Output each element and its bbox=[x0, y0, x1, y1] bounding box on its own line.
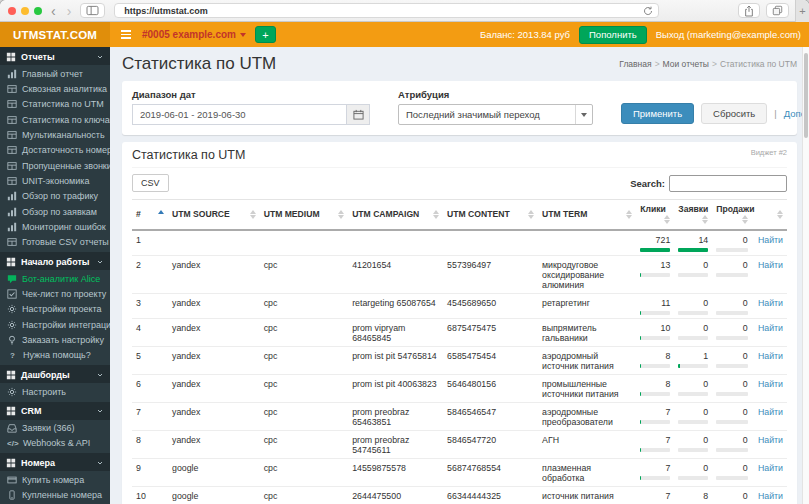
reset-button[interactable]: Сбросить bbox=[701, 103, 767, 124]
sidebar-section[interactable]: Отчеты bbox=[0, 47, 110, 65]
sidebar-item[interactable]: Обзор по заявкам bbox=[0, 204, 110, 219]
sidebar-item[interactable]: Настроить bbox=[0, 384, 110, 399]
sidebar-item[interactable]: ?Нужна помощь? bbox=[0, 348, 110, 363]
sidebar-item-label: Настройки проекта bbox=[22, 304, 102, 314]
column-header[interactable]: UTM SOURCE bbox=[168, 200, 260, 231]
cell-num: 9 bbox=[132, 459, 168, 487]
column-header[interactable]: # bbox=[132, 200, 168, 231]
table-row: 9googlecpc1455987557856874768554плазменн… bbox=[132, 459, 787, 487]
find-link[interactable]: Найти bbox=[758, 491, 783, 501]
sidebar-item-label: Готовые CSV отчеты bbox=[22, 237, 109, 247]
column-header[interactable] bbox=[752, 200, 787, 231]
find-link[interactable]: Найти bbox=[758, 351, 783, 361]
cell-campaign: prom vipryam 68465845 bbox=[348, 319, 443, 347]
search-input[interactable] bbox=[669, 175, 787, 192]
date-range-input[interactable] bbox=[132, 104, 347, 125]
attribution-label: Атрибуция bbox=[398, 89, 593, 100]
sidebar-section[interactable]: Дашборды bbox=[0, 365, 110, 383]
cell-sales: 0 bbox=[712, 256, 751, 294]
sidebar-item[interactable]: Чек-лист по проекту bbox=[0, 286, 110, 301]
sidebar-item[interactable]: Мониторинг ошибок bbox=[0, 219, 110, 234]
column-header[interactable]: UTM TERM bbox=[538, 200, 636, 231]
sidebar-item[interactable]: Главный отчет bbox=[0, 66, 110, 81]
sidebar-item[interactable]: Настройки интеграций bbox=[0, 317, 110, 332]
window-close-button[interactable] bbox=[8, 7, 16, 15]
column-header[interactable]: UTM MEDIUM bbox=[260, 200, 348, 231]
column-header[interactable]: UTM CONTENT bbox=[443, 200, 538, 231]
csv-export-button[interactable]: CSV bbox=[132, 174, 169, 192]
sidebar-item[interactable]: UNIT-экономика bbox=[0, 173, 110, 188]
logout-link[interactable]: Выход (marketing@example.com) bbox=[656, 29, 801, 40]
leads-bar bbox=[678, 448, 708, 452]
column-header[interactable]: UTM CAMPAIGN bbox=[348, 200, 443, 231]
cell-content: 66344444325 bbox=[443, 487, 538, 504]
sidebar-item[interactable]: </>Webhooks & API bbox=[0, 436, 110, 451]
apply-button[interactable]: Применить bbox=[621, 103, 694, 124]
sidebar-section[interactable]: CRM bbox=[0, 402, 110, 420]
sidebar-item[interactable]: Статистика по ключам bbox=[0, 112, 110, 127]
cell-leads: 0 bbox=[674, 375, 712, 403]
cell-sales: 0 bbox=[712, 403, 751, 431]
hamburger-menu-icon[interactable] bbox=[110, 30, 142, 39]
date-range-label: Диапазон дат bbox=[132, 89, 370, 100]
sidebar-item[interactable]: Обзор по трафику bbox=[0, 189, 110, 204]
find-link[interactable]: Найти bbox=[758, 260, 783, 270]
cell-campaign: prom preobraz 65463851 bbox=[348, 403, 443, 431]
sidebar-item[interactable]: Мультиканальность bbox=[0, 127, 110, 142]
sidebar-item[interactable]: Статистика по UTM bbox=[0, 97, 110, 112]
attribution-select[interactable]: Последний значимый переход bbox=[398, 104, 593, 125]
bulb-icon bbox=[7, 335, 17, 345]
find-link[interactable]: Найти bbox=[758, 323, 783, 333]
share-icon[interactable] bbox=[738, 3, 760, 18]
column-header[interactable]: Клики bbox=[636, 200, 674, 231]
tabs-icon[interactable] bbox=[766, 3, 789, 18]
find-link[interactable]: Найти bbox=[758, 407, 783, 417]
sidebar-item[interactable]: Заявки (366) bbox=[0, 421, 110, 436]
sidebar-item[interactable]: Бот-аналитик Alice bbox=[0, 271, 110, 286]
topup-button[interactable]: Пополнить bbox=[579, 26, 647, 44]
find-link[interactable]: Найти bbox=[758, 235, 783, 245]
add-project-button[interactable]: + bbox=[255, 26, 276, 43]
reload-icon[interactable] bbox=[643, 6, 653, 16]
find-link[interactable]: Найти bbox=[758, 463, 783, 473]
sidebar-item-label: Нужна помощь? bbox=[23, 350, 91, 360]
sort-icon bbox=[250, 210, 256, 219]
sidebar-section[interactable]: Номера bbox=[0, 453, 110, 471]
find-link[interactable]: Найти bbox=[758, 435, 783, 445]
new-tab-button[interactable]: + bbox=[795, 0, 809, 22]
column-header[interactable]: Заявки bbox=[674, 200, 712, 231]
phone-icon bbox=[7, 490, 17, 500]
cell-clicks: 7 bbox=[636, 403, 674, 431]
find-link[interactable]: Найти bbox=[758, 379, 783, 389]
app-logo[interactable]: UTMSTAT.COM bbox=[0, 22, 110, 47]
sidebar-item-label: Webhooks & API bbox=[23, 438, 90, 448]
sidebar-item[interactable]: Достаточность номеров bbox=[0, 143, 110, 158]
browser-forward-button[interactable]: › bbox=[65, 5, 74, 17]
sidebar-item[interactable]: Купить номера bbox=[0, 472, 110, 487]
sidebar-item[interactable]: Сквозная аналитика bbox=[0, 81, 110, 96]
project-selector[interactable]: #0005 example.com bbox=[142, 29, 246, 40]
sidebar-item[interactable]: Готовые CSV отчеты bbox=[0, 235, 110, 250]
leads-bar bbox=[678, 273, 708, 277]
cell-sales: 0 bbox=[712, 230, 751, 256]
find-link[interactable]: Найти bbox=[758, 298, 783, 308]
sidebar-section[interactable]: Начало работы bbox=[0, 252, 110, 270]
browser-back-button[interactable]: ‹ bbox=[49, 5, 58, 17]
calendar-icon[interactable] bbox=[347, 104, 370, 125]
breadcrumb-reports[interactable]: Мои отчеты bbox=[663, 59, 709, 69]
window-minimize-button[interactable] bbox=[21, 7, 29, 15]
sidebar-item[interactable]: Заказать настройку bbox=[0, 333, 110, 348]
clicks-bar bbox=[640, 311, 670, 315]
sidebar-item[interactable]: Пропущенные звонки bbox=[0, 158, 110, 173]
question-icon: ? bbox=[7, 351, 18, 360]
address-bar[interactable]: https://utmstat.com bbox=[114, 3, 659, 18]
sales-bar bbox=[716, 364, 747, 368]
breadcrumb-home[interactable]: Главная bbox=[619, 59, 651, 69]
sidebar-toggle-icon[interactable] bbox=[80, 3, 105, 18]
page-scrollbar[interactable] bbox=[802, 47, 809, 504]
column-header[interactable]: Продажи bbox=[712, 200, 751, 231]
sidebar-item[interactable]: Купленные номера bbox=[0, 488, 110, 503]
sidebar-item[interactable]: Настройки проекта bbox=[0, 302, 110, 317]
scrollbar-thumb[interactable] bbox=[804, 53, 808, 138]
window-zoom-button[interactable] bbox=[34, 7, 42, 15]
